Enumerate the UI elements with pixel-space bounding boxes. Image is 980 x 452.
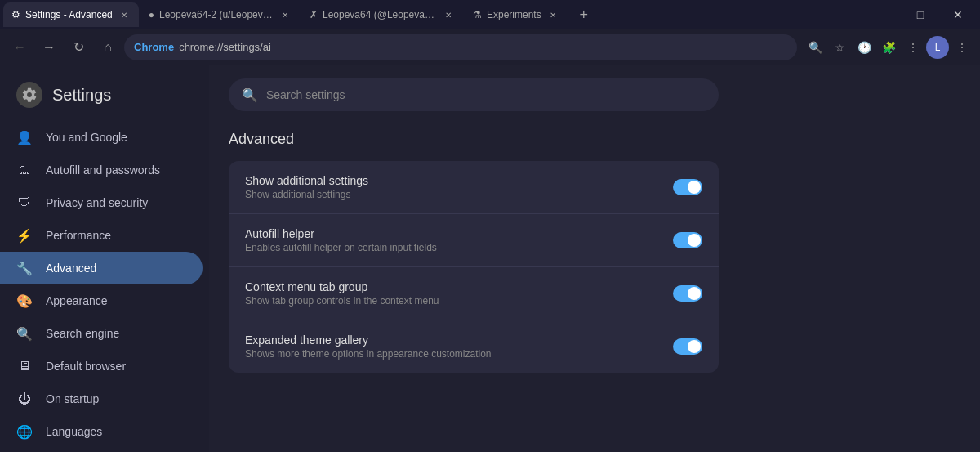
setting-row-autofill-helper: Autofill helper Enables autofill helper … bbox=[229, 214, 719, 267]
setting-text-autofill-helper: Autofill helper Enables autofill helper … bbox=[245, 227, 673, 253]
new-tab-button[interactable]: + bbox=[572, 3, 595, 26]
back-button[interactable]: ← bbox=[7, 34, 33, 60]
reload-button[interactable]: ↻ bbox=[65, 34, 91, 60]
navbar: ← → ↻ ⌂ Chrome chrome://settings/ai 🔍 ☆ … bbox=[0, 29, 980, 65]
sidebar-item-performance[interactable]: ⚡ Performance bbox=[0, 219, 203, 252]
tab-leopeva-tab1[interactable]: ● Leopeva64-2 (u/Leopeva64-2... ✕ bbox=[140, 2, 300, 27]
tab-close-button[interactable]: ✕ bbox=[118, 8, 131, 21]
tab-icon: ⚙ bbox=[11, 9, 20, 20]
sidebar-label-advanced: Advanced bbox=[46, 262, 96, 275]
sidebar-title: Settings bbox=[52, 86, 111, 105]
tab-label: Experiments bbox=[487, 9, 541, 20]
tab-strip: ⚙ Settings - Advanced ✕ ● Leopeva64-2 (u… bbox=[3, 2, 568, 27]
sidebar-item-advanced[interactable]: 🔧 Advanced bbox=[0, 252, 203, 284]
forward-button[interactable]: → bbox=[36, 34, 62, 60]
setting-desc-expanded-theme-gallery: Shows more theme options in appearance c… bbox=[245, 348, 673, 360]
setting-row-show-additional: Show additional settings Show additional… bbox=[229, 161, 719, 214]
tab-settings-tab[interactable]: ⚙ Settings - Advanced ✕ bbox=[3, 2, 139, 27]
sidebar-icon-privacy: 🛡 bbox=[16, 195, 33, 211]
section-title: Advanced bbox=[229, 131, 960, 148]
search-icon[interactable]: 🔍 bbox=[804, 36, 826, 59]
toggle-show-additional[interactable] bbox=[673, 179, 702, 195]
sidebar-label-privacy: Privacy and security bbox=[46, 196, 148, 209]
bookmark-icon[interactable]: ☆ bbox=[828, 36, 851, 59]
sidebar-items: 👤 You and Google 🗂 Autofill and password… bbox=[0, 121, 209, 452]
sidebar-label-on-startup: On startup bbox=[46, 392, 99, 405]
sidebar-item-appearance[interactable]: 🎨 Appearance bbox=[0, 284, 203, 317]
extension-icon[interactable]: 🧩 bbox=[877, 36, 900, 59]
tab-label: Leopeva64 (@Leopeva64) / Tw... bbox=[323, 9, 437, 20]
tab-twitter-tab[interactable]: ✗ Leopeva64 (@Leopeva64) / Tw... ✕ bbox=[301, 2, 463, 27]
sidebar-label-appearance: Appearance bbox=[46, 294, 108, 307]
toggle-context-menu-tab-group[interactable] bbox=[673, 285, 702, 302]
setting-name-autofill-helper: Autofill helper bbox=[245, 227, 673, 240]
setting-name-expanded-theme-gallery: Expanded theme gallery bbox=[245, 333, 673, 347]
settings-logo bbox=[16, 82, 42, 108]
sidebar-item-privacy[interactable]: 🛡 Privacy and security bbox=[0, 186, 203, 219]
sidebar-header: Settings bbox=[0, 72, 209, 121]
tab-icon: ✗ bbox=[310, 9, 318, 20]
search-bar[interactable]: 🔍 bbox=[229, 78, 719, 111]
home-button[interactable]: ⌂ bbox=[95, 34, 121, 60]
tab-label: Leopeva64-2 (u/Leopeva64-2... bbox=[159, 9, 274, 20]
sidebar-icon-languages: 🌐 bbox=[16, 423, 33, 440]
maximize-button[interactable]: □ bbox=[902, 0, 939, 29]
sidebar: Settings 👤 You and Google 🗂 Autofill and… bbox=[0, 65, 209, 452]
sidebar-item-search-engine[interactable]: 🔍 Search engine bbox=[0, 317, 203, 350]
sidebar-label-autofill: Autofill and passwords bbox=[46, 163, 160, 177]
setting-name-show-additional: Show additional settings bbox=[245, 174, 673, 187]
setting-text-context-menu-tab-group: Context menu tab group Show tab group co… bbox=[245, 280, 673, 307]
setting-name-context-menu-tab-group: Context menu tab group bbox=[245, 280, 673, 293]
more-icon[interactable]: ⋮ bbox=[902, 36, 924, 59]
tab-experiments-tab[interactable]: ⚗ Experiments ✕ bbox=[465, 2, 568, 27]
sidebar-item-you-and-google[interactable]: 👤 You and Google bbox=[0, 121, 203, 154]
settings-card: Show additional settings Show additional… bbox=[229, 161, 719, 373]
sidebar-icon-advanced: 🔧 bbox=[16, 260, 33, 276]
close-button[interactable]: ✕ bbox=[939, 0, 977, 29]
setting-row-expanded-theme-gallery: Expanded theme gallery Shows more theme … bbox=[229, 320, 719, 373]
setting-text-expanded-theme-gallery: Expanded theme gallery Shows more theme … bbox=[245, 333, 673, 360]
history-icon[interactable]: 🕐 bbox=[853, 36, 875, 59]
sidebar-icon-performance: ⚡ bbox=[16, 227, 33, 244]
sidebar-item-default-browser[interactable]: 🖥 Default browser bbox=[0, 350, 203, 383]
tab-icon: ⚗ bbox=[473, 9, 482, 20]
sidebar-label-you-and-google: You and Google bbox=[46, 131, 127, 144]
address-bar[interactable]: Chrome chrome://settings/ai bbox=[124, 34, 797, 60]
sidebar-item-downloads[interactable]: ⬇ Downloads bbox=[0, 448, 203, 452]
menu-icon[interactable]: ⋮ bbox=[951, 36, 973, 59]
tab-close-button[interactable]: ✕ bbox=[278, 8, 292, 21]
content-area: 🔍 Advanced Show additional settings Show… bbox=[209, 65, 980, 452]
search-input[interactable] bbox=[266, 88, 706, 101]
sidebar-icon-autofill: 🗂 bbox=[16, 162, 33, 178]
sidebar-item-languages[interactable]: 🌐 Languages bbox=[0, 415, 203, 448]
tab-label: Settings - Advanced bbox=[25, 9, 113, 20]
toolbar-icons: 🔍 ☆ 🕐 🧩 ⋮ L ⋮ bbox=[804, 36, 973, 59]
tab-close-button[interactable]: ✕ bbox=[442, 8, 455, 21]
url-display: chrome://settings/ai bbox=[179, 41, 271, 53]
profile-avatar[interactable]: L bbox=[926, 36, 949, 59]
sidebar-label-default-browser: Default browser bbox=[46, 360, 126, 373]
window-controls: — □ ✕ bbox=[864, 0, 977, 29]
sidebar-icon-on-startup: ⏻ bbox=[16, 391, 33, 407]
minimize-button[interactable]: — bbox=[864, 0, 902, 29]
sidebar-label-performance: Performance bbox=[46, 229, 111, 242]
setting-desc-show-additional: Show additional settings bbox=[245, 189, 673, 200]
setting-row-context-menu-tab-group: Context menu tab group Show tab group co… bbox=[229, 267, 719, 320]
sidebar-label-languages: Languages bbox=[46, 425, 102, 438]
setting-text-show-additional: Show additional settings Show additional… bbox=[245, 174, 673, 200]
sidebar-icon-search-engine: 🔍 bbox=[16, 325, 33, 342]
sidebar-item-autofill[interactable]: 🗂 Autofill and passwords bbox=[0, 154, 203, 186]
main-layout: Settings 👤 You and Google 🗂 Autofill and… bbox=[0, 65, 980, 452]
titlebar: ⚙ Settings - Advanced ✕ ● Leopeva64-2 (u… bbox=[0, 0, 980, 29]
setting-desc-autofill-helper: Enables autofill helper on certain input… bbox=[245, 242, 673, 253]
setting-desc-context-menu-tab-group: Show tab group controls in the context m… bbox=[245, 295, 673, 307]
chrome-logo: Chrome bbox=[134, 41, 174, 53]
toggle-autofill-helper[interactable] bbox=[673, 232, 702, 248]
toggle-expanded-theme-gallery[interactable] bbox=[673, 338, 702, 355]
sidebar-icon-default-browser: 🖥 bbox=[16, 358, 33, 374]
tab-close-button[interactable]: ✕ bbox=[546, 8, 559, 21]
search-icon: 🔍 bbox=[242, 87, 258, 103]
tab-icon: ● bbox=[149, 9, 154, 20]
sidebar-label-search-engine: Search engine bbox=[46, 327, 119, 340]
sidebar-item-on-startup[interactable]: ⏻ On startup bbox=[0, 383, 203, 415]
